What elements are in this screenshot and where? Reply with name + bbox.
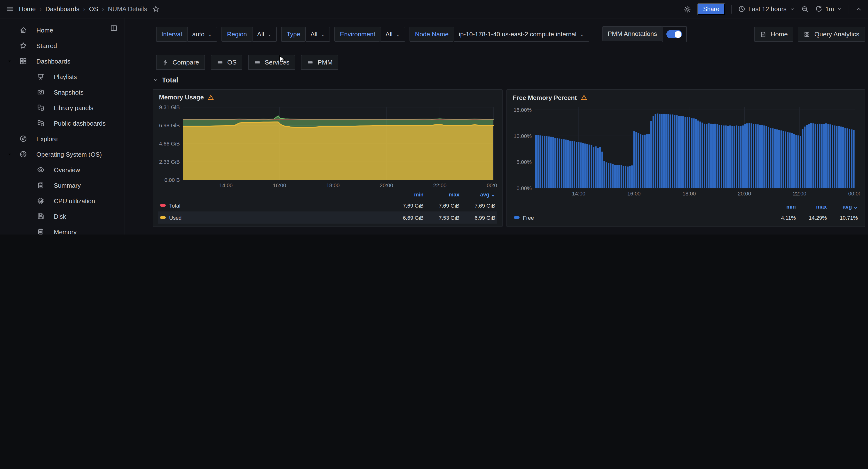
free-memory-percent-chart[interactable]: 14:0016:0018:0020:0022:0000:000.00%5.00%…: [512, 103, 860, 198]
services-menu-button[interactable]: Services: [248, 55, 295, 70]
sidebar-item-snapshots[interactable]: Snapshots: [0, 84, 125, 100]
sidebar-item-public-dashboards[interactable]: Public dashboards: [0, 115, 125, 131]
chevron-down-icon: [153, 77, 158, 83]
node-name-select[interactable]: ip-10-178-1-40.us-east-2.compute.interna…: [454, 27, 589, 42]
legend-header: minmaxavg ⌄: [158, 189, 497, 199]
zoom-out-icon[interactable]: [801, 5, 809, 13]
sidebar-item-overview[interactable]: Overview: [0, 162, 125, 177]
svg-text:16:00: 16:00: [627, 190, 641, 197]
svg-text:18:00: 18:00: [683, 190, 696, 197]
app-window: Home›Dashboards›OS›NUMA Details Share La…: [0, 0, 868, 235]
clipboard-icon: [37, 181, 44, 189]
interval-label: Interval: [156, 27, 187, 42]
breadcrumb-item[interactable]: NUMA Details: [108, 5, 147, 12]
series-name[interactable]: Used: [169, 215, 182, 221]
svg-text:0.00%: 0.00%: [517, 185, 532, 191]
sidebar-item-label: Snapshots: [54, 89, 84, 96]
sidebar-item-cpu-utilization[interactable]: CPU utilization: [0, 193, 125, 209]
breadcrumb-item[interactable]: Dashboards: [45, 5, 79, 12]
svg-text:6.98 GiB: 6.98 GiB: [159, 122, 180, 128]
svg-text:18:00: 18:00: [326, 182, 340, 188]
share-button[interactable]: Share: [698, 3, 725, 15]
sidebar-item-library-panels[interactable]: Library panels: [0, 100, 125, 115]
sidebar-item-starred[interactable]: Starred: [0, 38, 125, 53]
row-header-total[interactable]: Total: [153, 75, 865, 85]
memory-usage-chart[interactable]: 14:0016:0018:0020:0022:0000:000.00 B2.33…: [158, 103, 497, 188]
type-select[interactable]: All⌄: [305, 27, 330, 42]
sidebar-item-memory[interactable]: Memory: [0, 224, 125, 235]
os-menu-button[interactable]: OS: [211, 55, 243, 70]
legend-value: 6.99 GiB: [460, 215, 495, 221]
breadcrumb-item[interactable]: OS: [89, 5, 98, 12]
refresh-picker[interactable]: 1m: [815, 5, 842, 12]
time-range-picker[interactable]: Last 12 hours: [738, 5, 795, 12]
sidebar-item-playlists[interactable]: Playlists: [0, 69, 125, 84]
chevron-down-icon[interactable]: [0, 151, 20, 157]
sidebar-item-label: CPU utilization: [54, 197, 95, 204]
svg-text:16:00: 16:00: [273, 182, 286, 188]
sidebar-item-explore[interactable]: Explore: [0, 131, 125, 146]
legend-sort-max[interactable]: max: [424, 192, 460, 197]
series-name[interactable]: Total: [169, 203, 181, 208]
svg-text:20:00: 20:00: [738, 190, 751, 197]
chevron-down-icon: [837, 6, 842, 12]
pmm-annotations-toggle[interactable]: [662, 26, 686, 42]
legend-sort-min[interactable]: min: [765, 204, 796, 209]
hamburger-menu-icon[interactable]: [6, 5, 14, 13]
favorite-star-icon[interactable]: [152, 5, 159, 12]
sidebar-item-summary[interactable]: Summary: [0, 177, 125, 193]
environment-select[interactable]: All⌄: [380, 27, 405, 42]
top-nav: Home›Dashboards›OS›NUMA Details Share La…: [0, 0, 868, 19]
compare-button[interactable]: Compare: [156, 55, 205, 70]
sidebar-item-label: Starred: [36, 42, 57, 49]
legend-row-used: Used6.69 GiB7.53 GiB6.99 GiB: [158, 211, 497, 224]
svg-text:22:00: 22:00: [433, 182, 446, 188]
panel-free-memory-percent: Free Memory Percent 14:0016:0018:0020:00…: [506, 89, 865, 227]
series-name[interactable]: Free: [523, 215, 534, 221]
cpu-icon: [37, 197, 44, 205]
svg-text:5.00%: 5.00%: [517, 159, 532, 165]
list-icon: [217, 59, 223, 66]
sidebar-item-dashboards[interactable]: Dashboards: [0, 53, 125, 69]
breadcrumb-item[interactable]: Home: [19, 5, 36, 12]
legend-sort-avg[interactable]: avg ⌄: [827, 203, 858, 210]
memory-icon: [37, 228, 44, 235]
dashboard-settings-gear-icon[interactable]: [683, 5, 691, 13]
interval-select[interactable]: auto⌄: [187, 27, 217, 42]
apps-icon: [20, 57, 27, 65]
legend-sort-min[interactable]: min: [388, 192, 424, 197]
main-content: Intervalauto⌄ RegionAll⌄ TypeAll⌄ Enviro…: [125, 19, 868, 235]
sidebar-item-label: Summary: [54, 182, 81, 189]
compass-icon: [20, 135, 27, 143]
region-select[interactable]: All⌄: [252, 27, 277, 42]
svg-text:00:00: 00:00: [487, 182, 497, 188]
legend-header: minmaxavg ⌄: [512, 202, 860, 211]
gauge-icon: [20, 150, 27, 158]
document-icon: [760, 31, 767, 37]
sidebar-item-home[interactable]: Home: [0, 22, 125, 38]
collapse-topbar-caret-icon[interactable]: [856, 6, 862, 12]
legend-value: 6.69 GiB: [388, 215, 424, 221]
sidebar-collapse-icon[interactable]: [110, 24, 118, 32]
legend-sort-max[interactable]: max: [796, 204, 827, 209]
warning-icon[interactable]: [581, 94, 587, 101]
list-icon: [254, 59, 261, 66]
sidebar-item-operating-system-os[interactable]: Operating System (OS): [0, 146, 125, 162]
warning-icon[interactable]: [208, 94, 214, 101]
home-dashboard-button[interactable]: Home: [754, 27, 794, 42]
query-analytics-button[interactable]: Query Analytics: [798, 27, 865, 42]
legend-sort-avg[interactable]: avg ⌄: [460, 191, 495, 198]
sidebar-item-label: Home: [36, 26, 53, 34]
lightning-icon: [162, 59, 169, 66]
sidebar-item-disk[interactable]: Disk: [0, 209, 125, 224]
sidebar-item-label: Playlists: [54, 73, 77, 80]
sidebar-item-label: Public dashboards: [54, 120, 106, 127]
svg-text:15.00%: 15.00%: [514, 107, 532, 113]
legend-value: 7.53 GiB: [424, 215, 460, 221]
home-icon: [20, 26, 27, 34]
pmm-menu-button[interactable]: PMM: [301, 55, 338, 70]
breadcrumb-separator: ›: [102, 6, 104, 12]
chevron-down-icon[interactable]: [0, 58, 20, 64]
legend-row-total: Total7.69 GiB7.69 GiB7.69 GiB: [158, 199, 497, 211]
refresh-icon: [815, 5, 823, 12]
